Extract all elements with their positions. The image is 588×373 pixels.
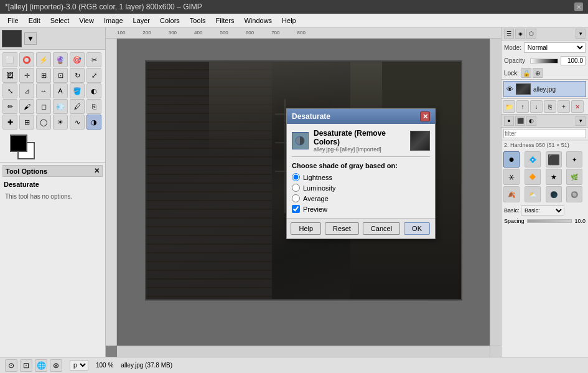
brush-item-2[interactable]: 💠 — [525, 151, 541, 168]
lock-position-btn[interactable]: ⊕ — [533, 68, 543, 78]
tool-perspective-clone[interactable]: ⊞ — [19, 115, 34, 130]
brush-item-5[interactable]: ⚹ — [503, 169, 520, 185]
menu-help[interactable]: Help — [277, 16, 301, 26]
tool-ellipse-select[interactable]: ⭕ — [19, 52, 34, 67]
radio-lightness-label[interactable]: Lightness — [303, 174, 332, 181]
opacity-slider[interactable] — [530, 59, 558, 64]
tool-desaturate[interactable]: ◑ — [86, 115, 101, 130]
brush-item-3[interactable]: ⬛ — [546, 151, 562, 168]
brush-item-11[interactable]: 🌑 — [546, 186, 562, 202]
preview-label[interactable]: Preview — [303, 205, 327, 213]
help-button[interactable]: Help — [291, 222, 321, 235]
tool-move[interactable]: ✛ — [19, 68, 34, 83]
brush-filter-input[interactable] — [503, 129, 586, 138]
radio-average[interactable] — [292, 194, 300, 202]
layers-panel-menu[interactable]: ▾ — [576, 29, 586, 39]
menu-layer[interactable]: Layer — [128, 16, 156, 26]
radio-average-label[interactable]: Average — [303, 195, 329, 202]
brushes-tab[interactable]: ● — [504, 116, 514, 126]
tool-text[interactable]: A — [53, 83, 68, 98]
status-btn-3[interactable]: 🌐 — [35, 359, 47, 372]
tool-perspective[interactable]: ⊿ — [19, 83, 34, 98]
menu-select[interactable]: Select — [45, 16, 75, 26]
tool-rotate[interactable]: ↻ — [70, 68, 85, 83]
mode-select[interactable]: Normal — [524, 42, 586, 53]
new-layer-group-btn[interactable]: 📁 — [503, 100, 515, 113]
status-btn-1[interactable]: ⊙ — [5, 359, 17, 372]
menu-colors[interactable]: Colors — [155, 16, 185, 26]
status-btn-4[interactable]: ⊛ — [50, 359, 62, 372]
brush-item-7[interactable]: ★ — [546, 169, 562, 185]
color-swap-area[interactable] — [5, 135, 36, 159]
radio-luminosity[interactable] — [292, 184, 300, 192]
cancel-button[interactable]: Cancel — [363, 222, 400, 235]
unit-select[interactable]: px — [70, 360, 88, 371]
brush-item-1[interactable]: ● — [503, 151, 520, 168]
tool-options-close[interactable]: ✕ — [94, 167, 100, 175]
tool-dodge[interactable]: ☀ — [53, 115, 68, 130]
spacing-slider[interactable] — [527, 219, 572, 223]
tool-clone[interactable]: ⎘ — [86, 99, 101, 114]
layers-icon[interactable]: ☰ — [504, 29, 514, 39]
tags-select[interactable]: Basic: — [521, 205, 564, 215]
patterns-tab[interactable]: ⬛ — [515, 116, 525, 126]
tool-heal[interactable]: ✚ — [2, 115, 17, 130]
brush-item-12[interactable]: 🔘 — [566, 186, 582, 202]
tool-scissors[interactable]: ✂ — [86, 52, 101, 67]
radio-lightness[interactable] — [292, 173, 300, 181]
dialog-close-button[interactable]: ✕ — [420, 111, 430, 121]
brush-item-9[interactable]: 🍂 — [503, 186, 520, 202]
brushes-panel-menu[interactable]: ▾ — [576, 116, 586, 126]
tool-ink[interactable]: 🖊 — [70, 99, 85, 114]
tool-bucket-fill[interactable]: 🪣 — [70, 83, 85, 98]
brush-item-10[interactable]: ⛅ — [525, 186, 541, 202]
gradients-tab[interactable]: ◐ — [526, 116, 536, 126]
preview-checkbox[interactable] — [292, 205, 300, 213]
tool-fuzzy-select[interactable]: 🔮 — [53, 52, 68, 67]
tool-free-select[interactable]: ⚡ — [36, 52, 51, 67]
menu-image[interactable]: Image — [99, 16, 128, 26]
tool-crop[interactable]: ⊡ — [53, 68, 68, 83]
image-thumbnail[interactable] — [2, 30, 22, 47]
channels-icon[interactable]: ◈ — [515, 29, 525, 39]
brush-item-6[interactable]: 🔶 — [525, 169, 541, 185]
brush-item-4[interactable]: ✦ — [566, 151, 582, 168]
ok-button[interactable]: OK — [404, 222, 430, 235]
tool-align[interactable]: ⊞ — [36, 68, 51, 83]
tool-paintbrush[interactable]: 🖌 — [19, 99, 34, 114]
opacity-value[interactable]: 100.0 — [561, 56, 586, 65]
paths-icon[interactable]: ⬡ — [526, 29, 536, 39]
radio-luminosity-label[interactable]: Luminosity — [303, 184, 336, 192]
delete-layer-btn[interactable]: ✕ — [571, 100, 584, 113]
tool-eraser[interactable]: ◻ — [36, 99, 51, 114]
status-btn-2[interactable]: ⊡ — [20, 359, 32, 372]
menu-tools[interactable]: Tools — [185, 16, 211, 26]
titlebar-close-btn[interactable]: ✕ — [574, 2, 583, 11]
move-layer-up-btn[interactable]: ↑ — [516, 100, 529, 113]
tool-scale[interactable]: ⤢ — [86, 68, 101, 83]
layer-item[interactable]: 👁 alley.jpg — [503, 81, 586, 97]
tool-foreground-select[interactable]: 🖼 — [2, 68, 17, 83]
new-layer-btn[interactable]: + — [558, 100, 570, 113]
tool-shear[interactable]: ⤡ — [2, 83, 17, 98]
tool-pencil[interactable]: ✏ — [2, 99, 17, 114]
tool-smudge[interactable]: ∿ — [70, 115, 85, 130]
duplicate-layer-btn[interactable]: ⎘ — [544, 100, 556, 113]
thumbnail-menu-btn[interactable]: ▼ — [24, 32, 37, 45]
tool-blend[interactable]: ◐ — [86, 83, 101, 98]
move-layer-down-btn[interactable]: ↓ — [530, 100, 543, 113]
menu-edit[interactable]: Edit — [24, 16, 45, 26]
tool-blur[interactable]: ◯ — [36, 115, 51, 130]
tool-airbrush[interactable]: 💨 — [53, 99, 68, 114]
lock-pixels-btn[interactable]: 🔒 — [521, 68, 531, 78]
menu-filters[interactable]: Filters — [211, 16, 240, 26]
brush-item-8[interactable]: 🌿 — [566, 169, 582, 185]
foreground-color[interactable] — [10, 135, 27, 152]
tool-flip[interactable]: ↔ — [36, 83, 51, 98]
menu-view[interactable]: View — [74, 16, 99, 26]
reset-button[interactable]: Reset — [325, 222, 359, 235]
menu-windows[interactable]: Windows — [239, 16, 277, 26]
tool-select-by-color[interactable]: 🎯 — [70, 52, 85, 67]
menu-file[interactable]: File — [2, 16, 24, 26]
tool-rect-select[interactable]: ⬜ — [2, 52, 17, 67]
